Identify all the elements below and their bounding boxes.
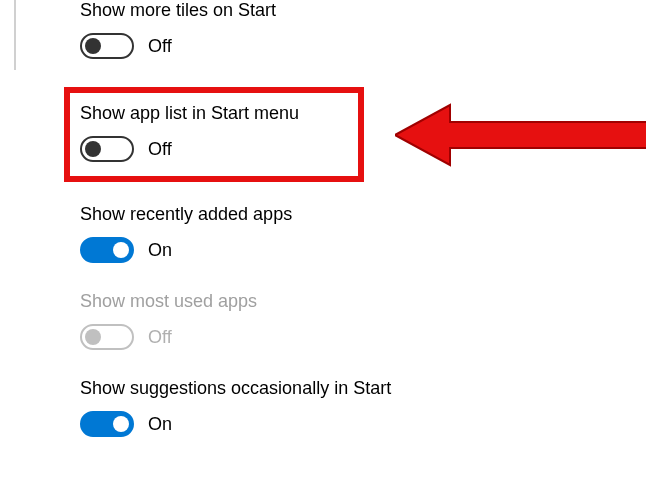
setting-show-app-list: Show app list in Start menu Off [64, 87, 364, 182]
settings-list: Show more tiles on Start Off Show app li… [0, 0, 646, 437]
toggle-state-text: On [148, 414, 172, 435]
toggle-row: Off [80, 33, 646, 59]
setting-most-used: Show most used apps Off [80, 291, 646, 350]
setting-label: Show app list in Start menu [80, 103, 346, 124]
toggle-most-used [80, 324, 134, 350]
setting-label: Show recently added apps [80, 204, 646, 225]
setting-label: Show most used apps [80, 291, 646, 312]
toggle-state-text: On [148, 240, 172, 261]
left-panel-edge [0, 0, 16, 70]
setting-label: Show more tiles on Start [80, 0, 646, 21]
setting-label: Show suggestions occasionally in Start [80, 378, 646, 399]
toggle-row: On [80, 237, 646, 263]
toggle-state-text: Off [148, 139, 172, 160]
setting-show-more-tiles: Show more tiles on Start Off [80, 0, 646, 59]
toggle-suggestions[interactable] [80, 411, 134, 437]
toggle-state-text: Off [148, 36, 172, 57]
toggle-state-text: Off [148, 327, 172, 348]
setting-suggestions: Show suggestions occasionally in Start O… [80, 378, 646, 437]
toggle-row: Off [80, 324, 646, 350]
setting-recently-added: Show recently added apps On [80, 204, 646, 263]
toggle-row: On [80, 411, 646, 437]
toggle-recently-added[interactable] [80, 237, 134, 263]
toggle-show-app-list[interactable] [80, 136, 134, 162]
toggle-row: Off [80, 136, 346, 162]
toggle-show-more-tiles[interactable] [80, 33, 134, 59]
